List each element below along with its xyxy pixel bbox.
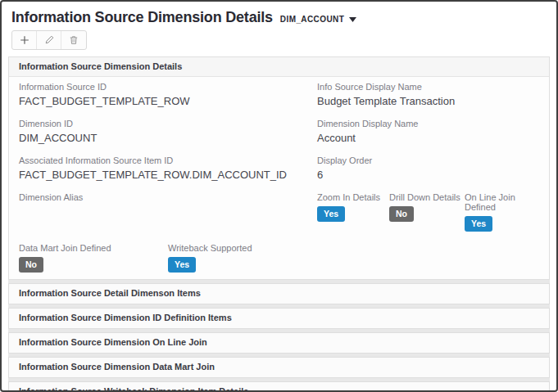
add-button[interactable] <box>12 31 37 49</box>
field-label: Info Source Display Name <box>317 82 539 92</box>
field-row: Dimension Alias Zoom In Details Yes Dril… <box>19 192 539 232</box>
flag-zoom-in-details: Zoom In Details Yes <box>317 192 389 232</box>
section-on-line-join[interactable]: Information Source Dimension On Line Joi… <box>8 332 550 354</box>
section-writeback-dimension-item-details[interactable]: Information Source Writeback Dimension I… <box>8 381 550 392</box>
pencil-icon <box>44 35 54 45</box>
field-row: Dimension ID DIM_ACCOUNT Dimension Displ… <box>19 119 539 144</box>
field-value <box>19 205 317 218</box>
flag-label: Zoom In Details <box>317 192 389 202</box>
field-associated-item-id: Associated Information Source Item ID FA… <box>19 155 317 181</box>
field-label: Dimension Alias <box>19 192 317 202</box>
field-value: Account <box>317 132 539 144</box>
flag-drill-down-details: Drill Down Details No <box>389 192 465 232</box>
field-value: 6 <box>317 169 539 181</box>
page-title: Information Source Dimension Details <box>11 9 273 26</box>
field-label: Information Source ID <box>19 82 317 92</box>
field-value: Budget Template Transaction <box>317 95 539 107</box>
field-label: Dimension ID <box>19 119 317 128</box>
flag-badge: No <box>389 206 414 222</box>
flag-on-line-join-defined: On Line Join Defined Yes <box>465 192 539 232</box>
flag-badge: Yes <box>168 257 196 273</box>
field-row: Information Source ID FACT_BUDGET_TEMPLA… <box>19 82 539 107</box>
flag-group-bottom: Data Mart Join Defined No Writeback Supp… <box>19 243 539 273</box>
field-label: Display Order <box>317 155 539 165</box>
delete-button[interactable] <box>61 31 86 49</box>
chevron-down-icon <box>349 17 356 22</box>
flag-label: Drill Down Details <box>389 192 465 202</box>
details-panel-header[interactable]: Information Source Dimension Details <box>9 57 549 77</box>
record-toolbar <box>11 30 87 50</box>
section-detail-dimenson-items[interactable]: Information Source Detail Dimenson Items <box>8 283 550 304</box>
accordion-sections: Information Source Detail Dimenson Items… <box>8 280 550 392</box>
dimension-selector-value: DIM_ACCOUNT <box>280 15 344 24</box>
flag-label: Data Mart Join Defined <box>19 243 168 253</box>
flag-data-mart-join-defined: Data Mart Join Defined No <box>19 243 168 273</box>
flag-writeback-supported: Writeback Supported Yes <box>168 243 252 273</box>
field-display-order: Display Order 6 <box>317 155 539 181</box>
field-information-source-id: Information Source ID FACT_BUDGET_TEMPLA… <box>19 82 317 107</box>
field-dimension-display-name: Dimension Display Name Account <box>317 119 539 144</box>
field-label: Associated Information Source Item ID <box>19 155 317 165</box>
field-dimension-alias: Dimension Alias <box>19 192 317 232</box>
flag-group-right: Zoom In Details Yes Drill Down Details N… <box>317 192 539 232</box>
flag-badge: Yes <box>465 216 492 232</box>
field-value: FACT_BUDGET_TEMPLATE_ROW <box>19 95 317 107</box>
field-value: DIM_ACCOUNT <box>19 132 317 144</box>
trash-icon <box>69 35 79 45</box>
edit-button[interactable] <box>37 31 61 49</box>
section-id-definition-items[interactable]: Information Source Dimension ID Definiti… <box>8 308 550 329</box>
details-panel: Information Source Dimension Details Inf… <box>8 56 550 280</box>
field-row: Associated Information Source Item ID FA… <box>19 155 539 181</box>
field-info-source-display-name: Info Source Display Name Budget Template… <box>317 82 539 107</box>
dimension-selector[interactable]: DIM_ACCOUNT <box>280 15 356 24</box>
page-header: Information Source Dimension Details DIM… <box>2 2 556 26</box>
plus-icon <box>20 35 29 45</box>
details-panel-body: Information Source ID FACT_BUDGET_TEMPLA… <box>9 77 549 279</box>
section-data-mart-join[interactable]: Information Source Dimension Data Mart J… <box>8 357 550 378</box>
field-value: FACT_BUDGET_TEMPLATE_ROW.DIM_ACCOUNT_ID <box>19 169 317 181</box>
field-dimension-id: Dimension ID DIM_ACCOUNT <box>19 119 317 144</box>
flag-badge: No <box>19 257 43 273</box>
flag-badge: Yes <box>317 206 345 222</box>
field-label: Dimension Display Name <box>317 119 539 128</box>
app-window: Information Source Dimension Details DIM… <box>0 0 558 392</box>
flag-label: Writeback Supported <box>168 243 252 253</box>
flag-label: On Line Join Defined <box>465 192 539 212</box>
